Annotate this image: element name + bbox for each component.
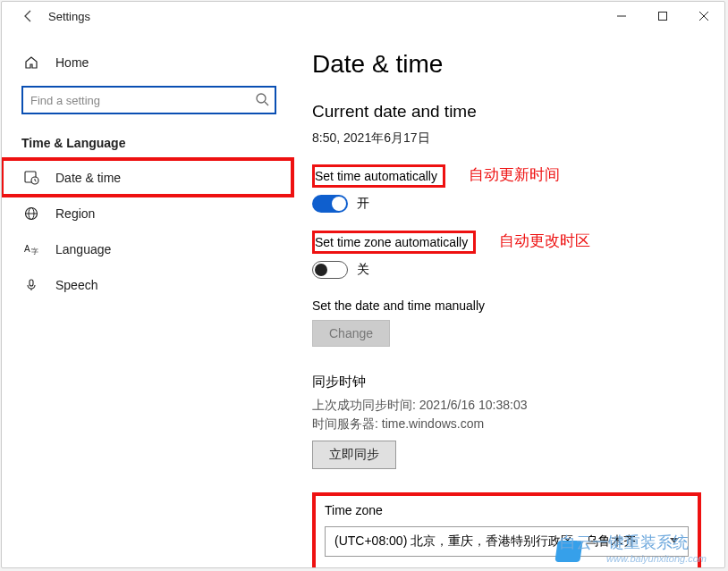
sidebar: Home Time & Language Date & time Region — [2, 30, 292, 567]
titlebar: Settings — [2, 2, 724, 30]
minimize-button[interactable] — [601, 2, 642, 30]
watermark-brand: 白云一键重装系统 — [560, 532, 689, 553]
sync-server: 时间服务器: time.windows.com — [312, 415, 724, 433]
change-button: Change — [312, 320, 390, 347]
svg-line-5 — [265, 102, 268, 105]
current-datetime: 8:50, 2021年6月17日 — [312, 130, 724, 147]
sidebar-item-region[interactable]: Region — [2, 196, 292, 231]
window-title: Settings — [48, 10, 90, 23]
maximize-button[interactable] — [642, 2, 683, 30]
microphone-icon — [21, 278, 41, 292]
search-input[interactable] — [21, 86, 276, 114]
svg-rect-13 — [30, 280, 33, 286]
annotation-auto-tz: 自动更改时区 — [499, 231, 590, 251]
watermark-url: www.baiyunxitong.com — [606, 553, 707, 564]
auto-time-toggle[interactable] — [312, 195, 348, 213]
sync-heading: 同步时钟 — [312, 374, 724, 390]
sidebar-section-header: Time & Language — [2, 125, 292, 159]
back-button[interactable] — [14, 2, 43, 30]
nav-label: Region — [55, 206, 95, 221]
language-icon: A字 — [21, 242, 41, 256]
calendar-clock-icon — [21, 170, 41, 185]
auto-tz-label: Set time zone automatically — [312, 231, 476, 254]
auto-tz-toggle[interactable] — [312, 261, 348, 279]
sidebar-item-language[interactable]: A字 Language — [2, 231, 292, 267]
globe-icon — [21, 206, 41, 221]
svg-text:A: A — [24, 244, 30, 254]
sync-now-button[interactable]: 立即同步 — [312, 441, 396, 469]
home-nav[interactable]: Home — [2, 46, 292, 79]
svg-text:字: 字 — [31, 248, 38, 256]
sync-last: 上次成功同步时间: 2021/6/16 10:38:03 — [312, 396, 724, 415]
nav-label: Date & time — [55, 171, 121, 185]
auto-time-label: Set time automatically — [312, 164, 445, 188]
main-content: Date & time Current date and time 8:50, … — [292, 30, 724, 567]
timezone-title: Time zone — [325, 503, 689, 517]
sidebar-item-date-time[interactable]: Date & time — [2, 159, 292, 196]
auto-time-state: 开 — [357, 196, 369, 212]
manual-set-label: Set the date and time manually — [312, 298, 724, 313]
section-heading-current: Current date and time — [312, 102, 724, 122]
auto-tz-state: 关 — [357, 262, 369, 278]
search-icon — [255, 92, 269, 110]
sidebar-item-speech[interactable]: Speech — [2, 267, 292, 303]
close-button[interactable] — [683, 2, 724, 30]
home-label: Home — [55, 55, 89, 70]
page-title: Date & time — [312, 50, 724, 79]
nav-label: Speech — [55, 278, 97, 292]
svg-rect-1 — [659, 13, 667, 21]
annotation-auto-time: 自动更新时间 — [469, 164, 560, 185]
svg-point-4 — [257, 94, 266, 103]
nav-label: Language — [55, 242, 111, 256]
home-icon — [21, 55, 41, 70]
